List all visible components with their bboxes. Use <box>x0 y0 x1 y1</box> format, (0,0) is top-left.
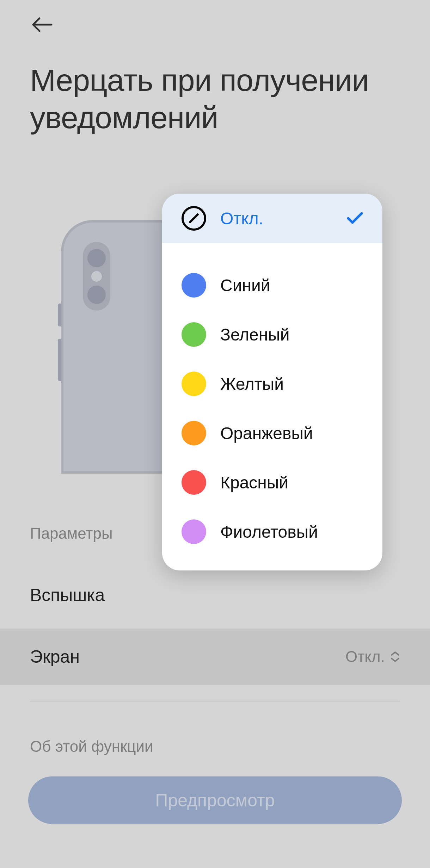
popup-option-0[interactable]: Откл. <box>162 194 382 243</box>
popup-option-1[interactable]: Синий <box>162 261 382 310</box>
popup-option-label: Зеленый <box>220 325 363 344</box>
color-picker-popup: Откл.СинийЗеленыйЖелтыйОранжевыйКрасныйФ… <box>162 194 382 570</box>
popup-option-label: Откл. <box>220 209 363 228</box>
popup-option-6[interactable]: Фиолетовый <box>162 507 382 556</box>
popup-option-label: Оранжевый <box>220 424 363 443</box>
popup-option-3[interactable]: Желтый <box>162 359 382 408</box>
color-swatch-icon <box>182 519 206 544</box>
popup-option-4[interactable]: Оранжевый <box>162 408 382 458</box>
popup-option-label: Фиолетовый <box>220 522 363 542</box>
popup-spacer <box>162 243 382 261</box>
checkmark-icon <box>347 212 363 225</box>
popup-option-label: Красный <box>220 473 363 492</box>
color-swatch-icon <box>182 421 206 445</box>
off-icon <box>182 206 206 231</box>
color-swatch-icon <box>182 371 206 396</box>
color-swatch-icon <box>182 322 206 347</box>
popup-option-5[interactable]: Красный <box>162 458 382 507</box>
popup-option-label: Синий <box>220 276 363 295</box>
color-swatch-icon <box>182 273 206 298</box>
popup-option-2[interactable]: Зеленый <box>162 310 382 359</box>
popup-option-label: Желтый <box>220 374 363 394</box>
color-swatch-icon <box>182 470 206 495</box>
